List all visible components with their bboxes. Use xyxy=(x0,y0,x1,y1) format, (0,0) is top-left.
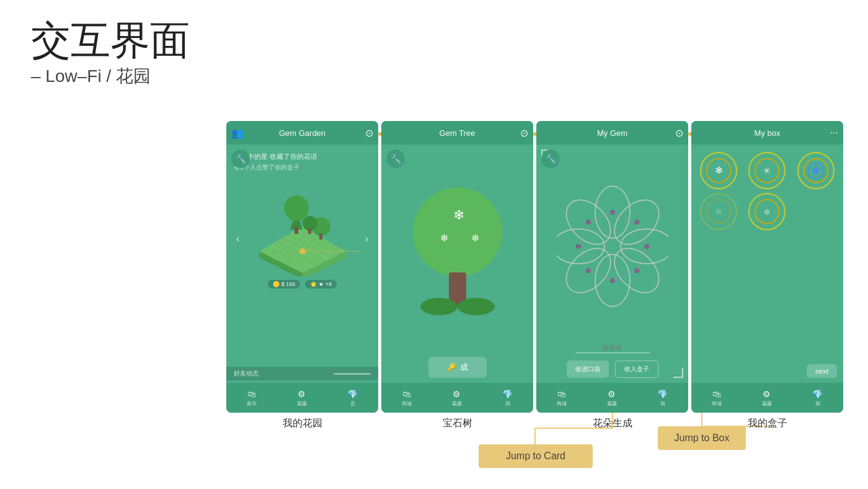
svg-text:❄: ❄ xyxy=(453,207,464,223)
gem-cell-1[interactable]: ❄ xyxy=(700,152,737,189)
gem-action-buttons: 收进口袋 收入盒子 xyxy=(567,361,658,378)
svg-point-51 xyxy=(458,298,495,315)
save-to-pocket-button[interactable]: 收进口袋 xyxy=(567,361,609,378)
screen3-header: My Gem ⊙ xyxy=(536,121,688,145)
screen2-settings: ⊙ xyxy=(520,127,528,139)
carousel-left-arrow[interactable]: ‹ xyxy=(236,233,239,244)
svg-point-37 xyxy=(284,195,309,220)
nav-market-2[interactable]: 🛍 商城 xyxy=(402,389,412,407)
gem-snowflake-4: ❄ xyxy=(705,198,732,225)
gem-display xyxy=(557,150,668,343)
coin-stat: 🟡 $ 156 xyxy=(268,280,301,289)
svg-rect-42 xyxy=(308,229,311,234)
screen2-label: 宝石树 xyxy=(381,417,533,430)
nav-garden-4[interactable]: ⚙ 花器 xyxy=(762,389,772,407)
jump-to-card-annotation[interactable]: Jump to Card xyxy=(479,444,593,468)
screen3-nav: 🛍 商城 ⚙ 花器 💎 我 xyxy=(536,383,688,413)
tree-svg: ❄ ❄ ❄ xyxy=(402,176,513,325)
nav-garden-3[interactable]: ⚙ 花器 xyxy=(607,389,617,407)
nav-gem-1[interactable]: 💎 贡 xyxy=(347,389,358,407)
carousel-right-arrow[interactable]: › xyxy=(365,233,368,244)
svg-point-50 xyxy=(420,298,458,315)
gem-cell-2[interactable]: ✳ xyxy=(748,152,786,189)
gem-cell-3[interactable] xyxy=(797,152,835,189)
nav-gem-2[interactable]: 💎 我 xyxy=(502,389,513,407)
svg-rect-38 xyxy=(294,227,298,234)
screen1-content: 夜空中的星 收藏了你的花语 有6个人点赞了你的盒子 ‹ › xyxy=(226,145,378,383)
svg-line-73 xyxy=(578,246,588,271)
screen4-menu: ··· xyxy=(830,127,838,138)
screen2-nav: 🛍 商城 ⚙ 花器 💎 我 xyxy=(381,383,533,413)
screen-my-box: My box ··· ❄ ✳ xyxy=(691,121,843,413)
screen4-title: My box xyxy=(755,128,781,138)
market-icon-3: 🛍 xyxy=(557,389,566,399)
svg-text:❄: ❄ xyxy=(715,165,723,176)
nav-garden-1[interactable]: ⚙ 花器 xyxy=(297,389,307,407)
garden-icon-2: ⚙ xyxy=(453,389,461,399)
screen1-title: Gem Garden xyxy=(279,128,326,138)
gem-snowflake-1: ❄ xyxy=(705,157,732,184)
gem-icon-3: 💎 xyxy=(657,389,668,399)
wrench-icon-2[interactable]: 🔧 xyxy=(386,150,405,168)
nav-market-3[interactable]: 🛍 商城 xyxy=(557,389,567,407)
gem-name-input[interactable] xyxy=(575,343,650,353)
key-icon: 🔑 xyxy=(447,363,456,372)
screen-my-gem: My Gem ⊙ 🔧 xyxy=(536,121,688,413)
nav-gem-3[interactable]: 💎 我 xyxy=(657,389,668,407)
svg-line-74 xyxy=(578,222,588,246)
screen2-title: Gem Tree xyxy=(440,128,476,138)
screen1-header: 👥 Gem Garden ⊙ xyxy=(226,121,378,145)
svg-point-82 xyxy=(812,167,820,174)
svg-line-75 xyxy=(588,212,613,222)
svg-text:❄: ❄ xyxy=(440,233,448,243)
screen3-content: 收进口袋 收入盒子 xyxy=(536,145,688,383)
garden-icon-3: ⚙ xyxy=(608,389,616,399)
save-to-box-button[interactable]: 收入盒子 xyxy=(615,361,658,378)
garden-stats: 🟡 $ 156 ⭐ ★ +6 xyxy=(234,280,371,289)
gem-icon-1: 💎 xyxy=(347,389,358,399)
page-title: 交互界面 xyxy=(31,19,190,62)
wrench-icon-1[interactable]: 🔧 xyxy=(231,150,250,168)
wrench-icon-3[interactable]: 🔧 xyxy=(541,150,560,168)
svg-line-68 xyxy=(613,212,637,222)
user-icon: 👥 xyxy=(231,127,244,139)
isometric-garden-svg xyxy=(241,177,365,276)
screen1-nav: 🛍 集市 ⚙ 花器 💎 贡 xyxy=(226,383,378,413)
nav-garden-2[interactable]: ⚙ 花器 xyxy=(452,389,462,407)
svg-line-70 xyxy=(637,246,647,271)
grow-button[interactable]: 🔑 成 xyxy=(428,357,487,378)
screen-gem-garden: 👥 Gem Garden ⊙ 🔧 夜空中的星 收藏了你的花语 有6个人点赞了你的… xyxy=(226,121,378,413)
gem-icon-2: 💎 xyxy=(502,389,513,399)
nav-gem-4[interactable]: 💎 我 xyxy=(812,389,823,407)
garden-icon-4: ⚙ xyxy=(763,389,771,399)
market-icon-1: 🛍 xyxy=(247,389,256,399)
svg-text:❄: ❄ xyxy=(715,207,722,217)
svg-line-69 xyxy=(637,222,647,246)
page-subtitle: – Low–Fi / 花园 xyxy=(31,65,190,88)
market-icon-4: 🛍 xyxy=(712,389,721,399)
gem-snowflake-2: ✳ xyxy=(753,157,781,184)
screen4-content: ❄ ✳ xyxy=(691,145,843,383)
svg-point-45 xyxy=(413,187,502,277)
market-icon-2: 🛍 xyxy=(402,389,411,399)
gem-icon-4: 💎 xyxy=(812,389,823,399)
screen-gem-tree: Gem Tree ⊙ 🔧 ❄ ❄ ❄ xyxy=(381,121,533,413)
screen2-header: Gem Tree ⊙ xyxy=(381,121,533,145)
jump-to-box-annotation[interactable]: Jump to Box xyxy=(658,426,746,450)
screen1-settings: ⊙ xyxy=(365,127,373,139)
garden-icon-1: ⚙ xyxy=(298,389,306,399)
tree-area: ❄ ❄ ❄ xyxy=(402,145,513,357)
gem-snowflake-5: ❊ xyxy=(753,198,781,225)
bracket-br xyxy=(673,368,683,378)
nav-market-4[interactable]: 🛍 商城 xyxy=(712,389,722,407)
nav-market-1[interactable]: 🛍 集市 xyxy=(247,389,257,407)
gem-cell-4[interactable]: ❄ xyxy=(700,193,737,230)
friend-activity: 好友动态 xyxy=(226,367,378,380)
gem-cell-5[interactable]: ❊ xyxy=(748,193,786,230)
screen4-nav: 🛍 商城 ⚙ 花器 💎 我 xyxy=(691,383,843,413)
flower-gem-svg xyxy=(557,184,668,308)
svg-point-41 xyxy=(303,216,317,231)
svg-line-71 xyxy=(613,271,637,280)
svg-rect-40 xyxy=(319,233,322,240)
next-button[interactable]: next xyxy=(807,364,837,378)
